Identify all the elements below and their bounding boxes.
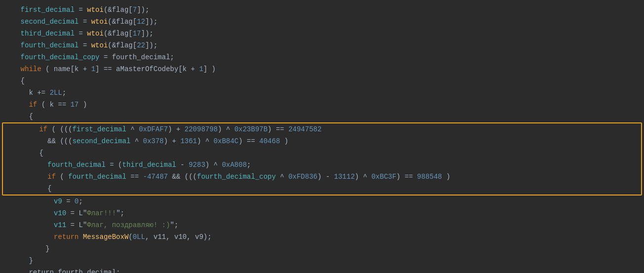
highlight-block: if ( (((first_decimal ^ 0xDFAF7) + 22098… — [2, 122, 642, 195]
highlight-line-1: if ( (((first_decimal ^ 0xDFAF7) + 22098… — [3, 123, 641, 135]
code-line-4: fourth_decimal = wtoi(&flag[22]); — [0, 39, 644, 51]
highlight-line-3: { — [3, 147, 641, 159]
code-line-2: second_decimal = wtoi(&flag[12]); — [0, 16, 644, 28]
code-line-7: { — [0, 75, 644, 87]
highlight-line-5: if ( fourth_decimal == -47487 && (((four… — [3, 171, 641, 183]
after-line-7: return fourth_decimal; — [0, 267, 644, 273]
after-line-2: v10 = L"Флаг!!!"; — [0, 207, 644, 219]
highlight-line-2: && (((second_decimal ^ 0x378) + 1361) ^ … — [3, 135, 641, 147]
code-line-9: if ( k == 17 ) — [0, 99, 644, 111]
highlight-line-4: fourth_decimal = (third_decimal - 9283) … — [3, 159, 641, 171]
code-line-8: k += 2LL; — [0, 87, 644, 99]
after-line-6: } — [0, 255, 644, 267]
after-line-1: v9 = 0; — [0, 195, 644, 207]
code-line-6: while ( name[k + 1] == aMasterOfCodeby[k… — [0, 63, 644, 75]
code-editor: first_decimal = wtoi(&flag[7]); second_d… — [0, 0, 644, 273]
after-line-5: } — [0, 243, 644, 255]
highlight-line-6: { — [3, 183, 641, 195]
code-line-3: third_decimal = wtoi(&flag[17]); — [0, 28, 644, 39]
after-line-3: v11 = L"Флаг, поздравляю! :)"; — [0, 219, 644, 231]
code-line-1: first_decimal = wtoi(&flag[7]); — [0, 4, 644, 16]
code-line-10: { — [0, 111, 644, 122]
after-line-4: return MessageBoxW(0LL, v11, v10, v9); — [0, 231, 644, 243]
code-line-5: fourth_decimal_copy = fourth_decimal; — [0, 51, 644, 63]
